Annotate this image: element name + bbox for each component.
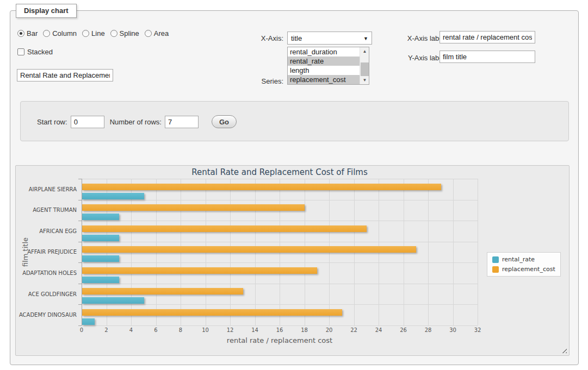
x-axis-select-label: X-Axis: xyxy=(217,34,283,42)
gridline xyxy=(82,242,478,242)
legend-swatch-icon xyxy=(492,266,499,273)
x-tick-label: 20 xyxy=(319,327,339,333)
gridline xyxy=(82,200,478,200)
gridline xyxy=(428,179,429,325)
x-tick-label: 6 xyxy=(146,327,166,333)
scroll-down-icon[interactable]: ▼ xyxy=(360,76,369,84)
radio-icon[interactable] xyxy=(43,30,50,37)
gridline xyxy=(82,284,478,284)
x-tick-label: 12 xyxy=(220,327,240,333)
bar-rental_rate[interactable] xyxy=(82,193,144,199)
start-row-label: Start row: xyxy=(37,118,67,126)
legend-label: rental_rate xyxy=(502,256,535,263)
bar-rental_rate[interactable] xyxy=(82,214,119,220)
chart-type-option-area[interactable]: Area xyxy=(145,29,169,37)
x-tick-label: 26 xyxy=(394,327,413,333)
go-button[interactable]: Go xyxy=(212,115,237,128)
stacked-checkbox[interactable] xyxy=(17,48,24,55)
gridline xyxy=(82,325,478,326)
category-label: AIRPLANE SIERRA xyxy=(16,179,77,200)
radio-icon[interactable] xyxy=(82,30,89,37)
bar-rental_rate[interactable] xyxy=(82,277,119,283)
chart-type-label: Column xyxy=(52,29,77,37)
radio-icon[interactable] xyxy=(17,30,24,37)
bar-replacement_cost[interactable] xyxy=(82,246,416,253)
category-label: ADAPTATION HOLES xyxy=(16,262,77,284)
bar-rental_rate[interactable] xyxy=(82,255,119,262)
bar-replacement_cost[interactable] xyxy=(82,267,317,274)
chart-container: Rental Rate and Replacement Cost of Film… xyxy=(15,165,570,356)
x-tick-label: 22 xyxy=(344,327,364,333)
x-tick-label: 14 xyxy=(245,327,265,333)
category-label: AGENT TRUMAN xyxy=(16,200,77,221)
series-options: rental_durationrental_ratelengthreplacem… xyxy=(288,47,360,84)
category-label: ACE GOLDFINGER xyxy=(16,284,77,305)
num-rows-label: Number of rows: xyxy=(110,118,162,126)
chart-title-input[interactable] xyxy=(17,69,113,81)
x-tick-label: 32 xyxy=(468,327,487,333)
display-chart-panel: Display chart BarColumnLineSplineArea St… xyxy=(10,10,579,365)
series-listbox[interactable]: rental_durationrental_ratelengthreplacem… xyxy=(287,47,369,85)
x-tick-label: 16 xyxy=(270,327,289,333)
bar-replacement_cost[interactable] xyxy=(82,309,342,316)
bar-replacement_cost[interactable] xyxy=(82,225,367,232)
category-label: AFFAIR PREJUDICE xyxy=(16,242,77,263)
x-axis-label-caption: X-Axis label: xyxy=(358,34,447,42)
panel-legend: Display chart xyxy=(16,4,77,18)
stacked-label: Stacked xyxy=(27,48,53,56)
gridline xyxy=(82,304,478,305)
chart-type-options: BarColumnLineSplineArea xyxy=(17,29,169,37)
chart-type-option-spline[interactable]: Spline xyxy=(110,29,139,37)
num-rows-input[interactable] xyxy=(165,116,199,128)
x-tick-label: 0 xyxy=(72,327,91,333)
category-tick xyxy=(78,325,82,326)
x-tick-label: 24 xyxy=(369,327,388,333)
series-select-label: Series: xyxy=(217,77,283,85)
resize-grip-icon[interactable] xyxy=(560,347,567,353)
bar-rental_rate[interactable] xyxy=(82,318,95,325)
x-tick-label: 28 xyxy=(418,327,438,333)
bar-replacement_cost[interactable] xyxy=(82,288,243,294)
legend-item-replacement_cost[interactable]: replacement_cost xyxy=(492,266,555,273)
start-row-input[interactable] xyxy=(71,116,104,128)
x-axis-label-input[interactable] xyxy=(440,31,535,43)
legend-label: replacement_cost xyxy=(502,266,555,273)
radio-icon[interactable] xyxy=(110,30,117,37)
series-option-length[interactable]: length xyxy=(288,66,360,75)
x-tick-label: 30 xyxy=(443,327,463,333)
chart-type-option-line[interactable]: Line xyxy=(82,29,105,37)
series-option-rental_duration[interactable]: rental_duration xyxy=(288,47,360,57)
x-tick-label: 18 xyxy=(295,327,314,333)
x-tick-label: 4 xyxy=(121,327,141,333)
gridline xyxy=(82,262,478,263)
gridline xyxy=(478,179,478,325)
legend-swatch-icon xyxy=(492,256,499,263)
chart-type-option-column[interactable]: Column xyxy=(43,29,77,37)
y-axis-label-caption: Y-Axis label: xyxy=(358,54,447,62)
x-tick-label: 8 xyxy=(171,327,190,333)
x-axis-selected-value: title xyxy=(291,34,302,42)
bar-replacement_cost[interactable] xyxy=(82,184,441,190)
category-label: AFRICAN EGG xyxy=(16,221,77,242)
chart-x-axis-title: rental rate / replacement cost xyxy=(82,336,478,344)
category-label: ACADEMY DINOSAUR xyxy=(16,304,77,325)
chart-type-label: Area xyxy=(154,29,169,37)
radio-icon[interactable] xyxy=(145,30,152,37)
x-tick-label: 10 xyxy=(196,327,215,333)
series-option-replacement_cost[interactable]: replacement_cost xyxy=(288,75,360,84)
chart-plot-area xyxy=(82,179,478,325)
chart-type-label: Bar xyxy=(27,29,38,37)
legend-item-rental_rate[interactable]: rental_rate xyxy=(492,256,555,263)
bar-rental_rate[interactable] xyxy=(82,297,144,304)
chart-type-option-bar[interactable]: Bar xyxy=(17,29,38,37)
series-option-rental_rate[interactable]: rental_rate xyxy=(288,57,360,66)
stacked-checkbox-row[interactable]: Stacked xyxy=(17,48,53,56)
gridline xyxy=(82,179,478,179)
series-scrollbar[interactable]: ▲ ▼ xyxy=(360,47,369,84)
y-axis-label-input[interactable] xyxy=(440,51,535,63)
scrollbar-thumb[interactable] xyxy=(361,62,369,77)
chart-type-label: Line xyxy=(91,29,105,37)
bar-replacement_cost[interactable] xyxy=(82,204,305,211)
bar-rental_rate[interactable] xyxy=(82,235,119,241)
gridline xyxy=(453,179,454,325)
